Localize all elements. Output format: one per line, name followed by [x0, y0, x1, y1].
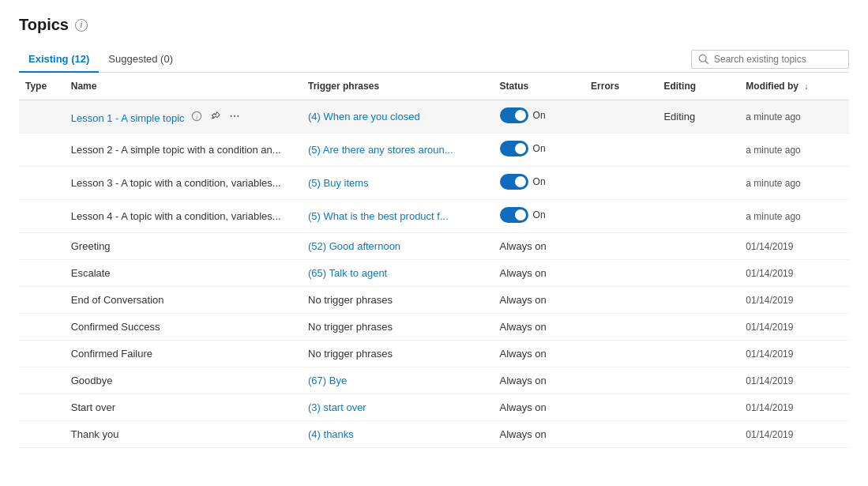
modified-text: a minute ago	[746, 178, 800, 189]
topic-editing-cell	[657, 421, 739, 448]
tab-existing[interactable]: Existing (12)	[19, 47, 99, 73]
modified-text: 01/14/2019	[746, 241, 793, 252]
table-row: Lesson 4 - A topic with a condition, var…	[19, 200, 849, 233]
topic-name-link[interactable]: Lesson 1 - A simple topic	[71, 112, 185, 124]
toggle-wrap: On	[500, 141, 546, 156]
topic-trigger-cell: (67) Bye	[302, 367, 494, 394]
trigger-link[interactable]: (4) When are you closed	[308, 111, 420, 122]
topic-type-cell	[19, 260, 65, 287]
svg-text:i: i	[195, 114, 197, 121]
topic-errors-cell	[584, 233, 657, 260]
col-header-trigger: Trigger phrases	[302, 73, 494, 100]
topic-modified-cell: 01/14/2019	[739, 341, 849, 367]
topic-type-cell	[19, 394, 65, 421]
status-always-text: Always on	[500, 375, 547, 386]
topic-name-text: Lesson 4 - A topic with a condition, var…	[71, 210, 281, 222]
topic-status-cell: On	[494, 100, 584, 134]
topic-modified-cell: 01/14/2019	[739, 314, 849, 341]
col-header-name: Name	[65, 73, 302, 100]
trigger-text: No trigger phrases	[308, 348, 393, 360]
modified-text: 01/14/2019	[746, 402, 793, 413]
topic-name-text: Goodbye	[71, 375, 113, 386]
topic-type-cell	[19, 233, 65, 260]
topic-name-cell: Confirmed Failure	[65, 341, 302, 367]
page-title-info-icon[interactable]: i	[75, 19, 88, 32]
table-row: Lesson 1 - A simple topic i (4) When are…	[19, 100, 849, 134]
toggle-wrap: On	[500, 207, 546, 223]
status-toggle[interactable]	[500, 174, 528, 190]
topic-type-cell	[19, 421, 65, 448]
row-actions: i	[190, 109, 242, 123]
trigger-link[interactable]: (5) What is the best product f...	[308, 210, 449, 222]
col-header-modified[interactable]: Modified by ↓	[739, 73, 849, 100]
modified-text: a minute ago	[746, 111, 800, 122]
topic-trigger-cell: (65) Talk to agent	[302, 260, 494, 287]
topic-trigger-cell: (52) Good afternoon	[302, 233, 494, 260]
modified-text: a minute ago	[746, 211, 800, 222]
topic-errors-cell	[584, 260, 657, 287]
topic-trigger-cell: (5) Are there any stores aroun...	[302, 134, 494, 167]
topic-modified-cell: a minute ago	[739, 134, 849, 167]
row-pin-button[interactable]	[209, 109, 223, 123]
tabs-bar: Existing (12) Suggested (0)	[19, 47, 849, 73]
status-toggle[interactable]	[500, 141, 528, 156]
topic-status-cell: Always on	[494, 233, 584, 260]
topic-errors-cell	[584, 167, 657, 200]
topic-editing-cell	[657, 233, 739, 260]
table-header-row: Type Name Trigger phrases Status Errors …	[19, 73, 849, 100]
topic-modified-cell: 01/14/2019	[739, 233, 849, 260]
topic-editing-cell	[657, 341, 739, 367]
topic-modified-cell: a minute ago	[739, 100, 849, 134]
table-row: Greeting(52) Good afternoonAlways on01/1…	[19, 233, 849, 260]
trigger-link[interactable]: (5) Buy items	[308, 177, 369, 189]
table-row: End of ConversationNo trigger phrasesAlw…	[19, 287, 849, 314]
topic-editing-cell	[657, 287, 739, 314]
modified-text: 01/14/2019	[746, 348, 793, 360]
topic-trigger-cell: (3) start over	[302, 394, 494, 421]
modified-text: 01/14/2019	[746, 322, 793, 333]
status-toggle[interactable]	[500, 207, 528, 223]
trigger-link[interactable]: (3) start over	[308, 401, 366, 413]
topic-editing-cell	[657, 167, 739, 200]
toggle-label: On	[533, 176, 546, 187]
table-row: Start over(3) start overAlways on01/14/2…	[19, 394, 849, 421]
topic-trigger-cell: (4) When are you closed	[302, 100, 494, 134]
topics-table-wrap: Type Name Trigger phrases Status Errors …	[19, 73, 849, 448]
trigger-link[interactable]: (4) thanks	[308, 428, 354, 440]
trigger-link[interactable]: (65) Talk to agent	[308, 267, 387, 279]
topic-name-cell: Escalate	[65, 260, 302, 287]
trigger-text: No trigger phrases	[308, 321, 393, 333]
tab-suggested[interactable]: Suggested (0)	[99, 47, 182, 73]
sort-arrow-icon: ↓	[804, 82, 808, 91]
trigger-link[interactable]: (5) Are there any stores aroun...	[308, 144, 453, 156]
trigger-link[interactable]: (52) Good afternoon	[308, 240, 400, 252]
modified-text: 01/14/2019	[746, 268, 793, 279]
search-input[interactable]	[714, 54, 842, 65]
topic-name-cell: Confirmed Success	[65, 314, 302, 341]
toggle-wrap: On	[500, 174, 546, 190]
status-always-text: Always on	[500, 240, 547, 252]
topic-name-cell: Lesson 1 - A simple topic i	[65, 100, 302, 134]
table-row: Goodbye(67) ByeAlways on01/14/2019	[19, 367, 849, 394]
topic-editing-cell	[657, 367, 739, 394]
topic-name-cell: End of Conversation	[65, 287, 302, 314]
topic-errors-cell	[584, 200, 657, 233]
row-info-button[interactable]: i	[190, 109, 204, 123]
page-title: Topics	[19, 16, 69, 34]
table-row: Thank you(4) thanksAlways on01/14/2019	[19, 421, 849, 448]
topic-modified-cell: 01/14/2019	[739, 367, 849, 394]
topic-trigger-cell: (5) Buy items	[302, 167, 494, 200]
topic-type-cell	[19, 100, 65, 134]
status-always-text: Always on	[500, 348, 547, 360]
topic-type-cell	[19, 200, 65, 233]
status-toggle[interactable]	[500, 107, 528, 123]
topic-status-cell: Always on	[494, 367, 584, 394]
topic-trigger-cell: No trigger phrases	[302, 314, 494, 341]
topic-name-cell: Thank you	[65, 421, 302, 448]
trigger-link[interactable]: (67) Bye	[308, 375, 347, 386]
row-more-button[interactable]	[227, 109, 242, 123]
topic-status-cell: Always on	[494, 341, 584, 367]
topic-status-cell: On	[494, 200, 584, 233]
toggle-wrap: On	[500, 107, 546, 123]
topic-errors-cell	[584, 367, 657, 394]
